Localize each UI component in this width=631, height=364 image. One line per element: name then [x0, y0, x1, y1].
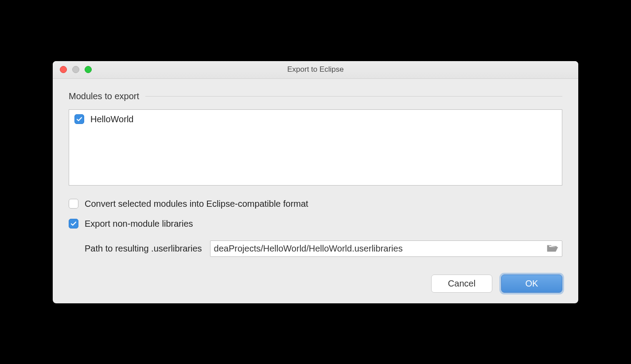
- options-group: Convert selected modules into Eclipse-co…: [69, 199, 562, 257]
- export-libs-checkbox[interactable]: [69, 219, 78, 228]
- folder-open-icon[interactable]: [547, 244, 558, 253]
- window-title: Export to Eclipse: [53, 65, 578, 74]
- titlebar: Export to Eclipse: [53, 61, 578, 79]
- checkmark-icon: [70, 220, 77, 227]
- path-input[interactable]: [214, 244, 543, 254]
- export-libs-option-row[interactable]: Export non-module libraries: [69, 219, 562, 229]
- convert-checkbox[interactable]: [69, 199, 78, 209]
- convert-label: Convert selected modules into Eclipse-co…: [85, 199, 308, 209]
- path-label: Path to resulting .userlibraries: [85, 244, 202, 254]
- maximize-button[interactable]: [85, 66, 92, 73]
- cancel-button[interactable]: Cancel: [431, 275, 492, 293]
- section-header: Modules to export: [69, 91, 562, 101]
- ok-button[interactable]: OK: [501, 275, 562, 293]
- dialog-window: Export to Eclipse Modules to export Hell…: [53, 61, 578, 303]
- section-divider: [145, 96, 562, 97]
- path-row: Path to resulting .userlibraries: [69, 240, 562, 257]
- dialog-content: Modules to export HelloWorld Convert sel…: [53, 79, 578, 303]
- convert-option-row[interactable]: Convert selected modules into Eclipse-co…: [69, 199, 562, 209]
- button-row: Cancel OK: [69, 275, 562, 293]
- module-item[interactable]: HelloWorld: [74, 114, 557, 124]
- path-input-wrapper: [210, 240, 562, 257]
- module-checkbox[interactable]: [74, 114, 84, 124]
- section-label: Modules to export: [69, 91, 139, 101]
- export-libs-label: Export non-module libraries: [85, 219, 193, 229]
- minimize-button[interactable]: [72, 66, 79, 73]
- module-list[interactable]: HelloWorld: [69, 109, 562, 186]
- module-label: HelloWorld: [90, 114, 133, 124]
- checkmark-icon: [76, 116, 83, 123]
- close-button[interactable]: [60, 66, 67, 73]
- window-controls: [53, 66, 92, 73]
